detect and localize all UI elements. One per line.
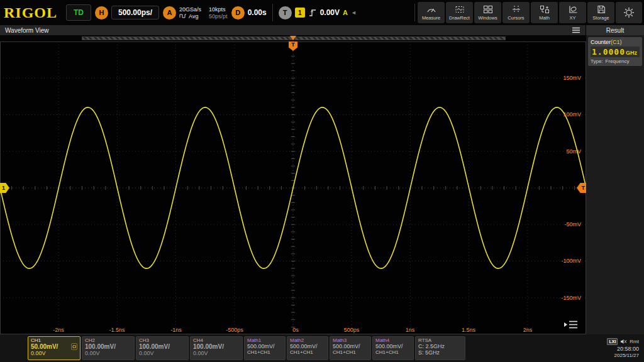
sample-rate: 20GSa/s (179, 6, 201, 13)
main-area: Waveform View T 150mV 100mV 50mV -50mV -… (0, 25, 644, 334)
tool-label: Windows (478, 15, 497, 21)
counter-type-row: Type: Frequency (591, 58, 640, 64)
channel-offset: 0.00V (193, 350, 240, 356)
math-box-math4[interactable]: Math4 500.00mV/ CH1+CH1 (372, 336, 414, 360)
y-tick-label: 150mV (563, 75, 581, 81)
acquire-info-button[interactable]: 20GSa/s 10kpts Avg 50ps/pt (179, 6, 228, 19)
result-header: Result (586, 25, 644, 35)
channel-box-ch3[interactable]: CH3 100.00mV/ 0.00V (136, 336, 189, 360)
scope-menu-expand-icon[interactable] (564, 320, 579, 329)
impedance-icon: Ω (71, 343, 77, 350)
average-waveform-icon (179, 13, 187, 19)
trigger-badge: T (279, 6, 292, 19)
counter-result-card[interactable]: Counter(C1) 1.0000 GHz Type: Frequency (588, 37, 642, 66)
channel-offset: 0.00V (31, 350, 77, 356)
counter-type-value: Frequency (606, 58, 630, 64)
memory-depth: 10kpts (209, 6, 228, 13)
tool-label: DrawRect (449, 15, 470, 21)
measure-button[interactable]: Measure (418, 2, 445, 23)
cursors-icon (511, 5, 521, 14)
math-expression: CH1+CH1 (290, 349, 325, 355)
x-tick-label: -1.5ns (109, 327, 125, 333)
rtsa-name: RTSA (418, 337, 462, 343)
settings-button[interactable] (616, 2, 642, 23)
channel-scale-value: 50.00mV/ (31, 343, 58, 350)
channel-name: CH4 (193, 337, 240, 343)
xy-button[interactable]: XY (559, 2, 586, 23)
oscilloscope-grid-and-trace (0, 41, 586, 334)
math-name: Math3 (333, 337, 368, 343)
math-name: Math1 (247, 337, 282, 343)
rtsa-box[interactable]: RTSA C: 2.5GHz S: 5GHz (415, 336, 465, 360)
channel-name: CH1 (31, 337, 77, 343)
storage-button[interactable]: Storage (587, 2, 614, 23)
counter-value: 1.0000 (592, 47, 625, 57)
tool-label: XY (569, 15, 575, 21)
math-box-math2[interactable]: Math2 500.00mV/ CH1+CH1 (287, 336, 328, 360)
measure-icon (426, 5, 436, 14)
acquisition-mode-button[interactable]: TD (66, 4, 91, 21)
panel-menu-icon[interactable] (572, 27, 580, 33)
acquire-group: A 20GSa/s 10kpts Avg 50ps/pt (163, 6, 228, 19)
delay-badge: D (231, 6, 245, 19)
counter-title: Counter(C1) (591, 39, 640, 45)
counter-unit: GHz (626, 50, 637, 56)
drawrect-icon (455, 5, 465, 14)
system-date: 2025/11/27 (614, 353, 639, 358)
acq-mode-cell: Avg (179, 13, 201, 19)
rigol-logo: RIGOL (4, 4, 57, 21)
memory-position-ruler[interactable] (0, 35, 586, 41)
channel-scale-value: 100.00mV/ (139, 343, 170, 350)
math-expression: CH1+CH1 (333, 349, 368, 355)
horizontal-group: H 500.00ps/ (95, 6, 159, 19)
trigger-group: T 1 0.00V A ◄ (279, 6, 357, 19)
xy-icon (568, 5, 578, 14)
math-box-math1[interactable]: Math1 500.00mV/ CH1+CH1 (244, 336, 286, 360)
trigger-sweep-auto[interactable]: A (343, 9, 348, 16)
drawrect-button[interactable]: DrawRect (446, 2, 473, 23)
collapse-arrow-icon[interactable]: ◄ (351, 9, 357, 16)
waveform-view-header: Waveform View (0, 25, 586, 35)
x-tick-label: -1ns (170, 327, 182, 333)
math-name: Math2 (290, 337, 325, 343)
channel-box-ch1[interactable]: CH1 50.00mV/ Ω 0.00V (28, 336, 80, 360)
channel-box-ch4[interactable]: CH4 100.00mV/ 0.00V (190, 336, 243, 360)
speaker-muted-icon[interactable] (620, 339, 627, 344)
channel-scale: 100.00mV/ (85, 343, 131, 350)
windows-button[interactable]: Windows (474, 2, 501, 23)
trigger-source-button[interactable]: 1 (295, 8, 305, 18)
divider (414, 4, 415, 21)
lxi-badge[interactable]: LXI (607, 338, 618, 345)
math-scale: 500.00mV/ (247, 343, 282, 349)
remote-indicator: Rmt (630, 339, 639, 344)
timebase-button[interactable]: 500.00ps/ (111, 6, 159, 19)
math-button[interactable]: Math (531, 2, 558, 23)
channel-name: CH2 (85, 337, 131, 343)
cursors-button[interactable]: Cursors (502, 2, 530, 23)
windows-icon (483, 5, 493, 14)
counter-value-row: 1.0000 GHz (591, 47, 640, 57)
counter-title-text: Counter (591, 39, 611, 45)
acq-mode: Avg (189, 13, 198, 19)
panel-title: Waveform View (5, 27, 48, 34)
trigger-position-indicator[interactable] (290, 36, 296, 40)
math-box-math3[interactable]: Math3 500.00mV/ CH1+CH1 (330, 336, 371, 360)
channel-box-ch2[interactable]: CH2 100.00mV/ 0.00V (82, 336, 135, 360)
top-bar: RIGOL TD H 500.00ps/ A 20GSa/s 10kpts Av… (0, 0, 644, 25)
x-tick-label: 500ps (344, 327, 360, 333)
divider (272, 4, 273, 21)
graticule-area[interactable]: T 150mV 100mV 50mV -50mV -100mV -150mV -… (0, 41, 586, 334)
acquire-badge: A (163, 6, 176, 19)
y-tick-label: -100mV (561, 258, 581, 264)
trigger-level-button[interactable]: 0.00V (320, 8, 340, 17)
delay-button[interactable]: 0.00s (248, 8, 267, 17)
math-expression: CH1+CH1 (247, 349, 282, 355)
system-time: 20:58:00 (617, 346, 639, 352)
channel-scale: 100.00mV/ (193, 343, 240, 350)
channel-scale: 50.00mV/ Ω (31, 343, 77, 350)
x-tick-label: -500ps (226, 327, 243, 333)
math-scale: 500.00mV/ (375, 343, 411, 349)
tool-label: Measure (422, 15, 440, 21)
y-tick-label: -150mV (561, 295, 581, 301)
horizontal-badge: H (95, 6, 108, 19)
